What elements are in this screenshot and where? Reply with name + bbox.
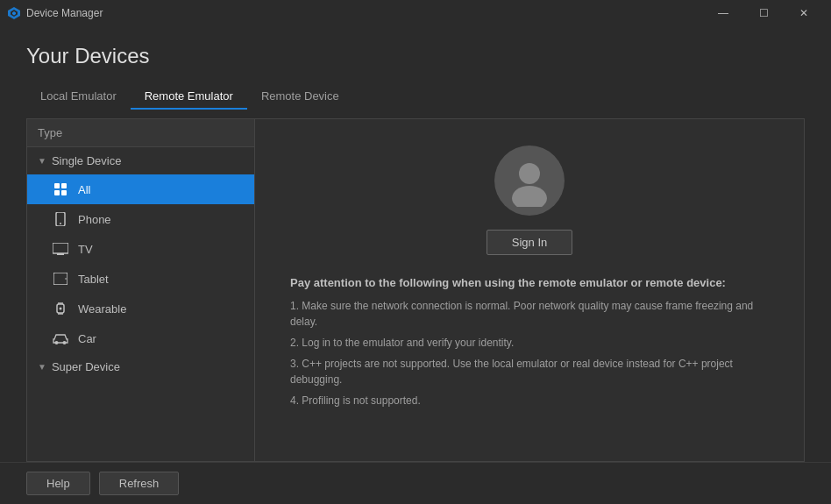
main-area: Your Devices Local Emulator Remote Emula…	[0, 26, 831, 462]
super-device-arrow: ▼	[38, 362, 46, 372]
all-icon	[52, 181, 69, 198]
notice-item-2: 2. Log in to the emulator and verify you…	[290, 335, 769, 351]
svg-rect-10	[57, 253, 64, 255]
svg-point-18	[63, 341, 67, 344]
main-panel: Sign In Pay attention to the following w…	[255, 119, 804, 461]
notice-item-4: 4. Profiling is not supported.	[290, 393, 769, 408]
tablet-label: Tablet	[78, 273, 109, 286]
svg-point-20	[512, 186, 547, 207]
svg-point-19	[519, 163, 540, 184]
bottom-bar: Help Refresh	[0, 462, 831, 504]
section-single-device[interactable]: ▼ Single Device	[27, 147, 254, 174]
minimize-button[interactable]: —	[703, 0, 743, 26]
tab-remote-device[interactable]: Remote Device	[247, 84, 353, 110]
svg-point-12	[65, 278, 67, 280]
app-title: Device Manager	[26, 7, 703, 19]
single-device-items: All Phone	[27, 174, 254, 353]
sidebar-item-car[interactable]: Car	[27, 323, 254, 353]
maximize-button[interactable]: ☐	[743, 0, 784, 26]
wearable-icon	[52, 300, 69, 317]
super-device-label: Super Device	[52, 360, 120, 373]
svg-rect-6	[61, 190, 67, 195]
svg-point-8	[60, 223, 61, 224]
sign-in-button[interactable]: Sign In	[487, 230, 572, 255]
single-device-arrow: ▼	[38, 156, 46, 166]
tv-icon	[52, 240, 69, 258]
tab-local-emulator[interactable]: Local Emulator	[26, 84, 131, 110]
section-super-device[interactable]: ▼ Super Device	[27, 353, 254, 380]
sidebar-item-wearable[interactable]: Wearable	[27, 294, 254, 323]
avatar	[494, 146, 565, 216]
svg-rect-5	[54, 190, 60, 195]
tablet-icon	[52, 270, 69, 287]
sidebar-item-tablet[interactable]: Tablet	[27, 264, 254, 294]
car-icon	[52, 330, 69, 347]
svg-point-17	[55, 341, 59, 344]
content-area: Type ▼ Single Device	[26, 118, 805, 462]
tv-label: TV	[78, 243, 93, 256]
svg-rect-4	[61, 183, 67, 188]
svg-rect-9	[53, 243, 68, 253]
wearable-label: Wearable	[78, 302, 126, 316]
sidebar-item-all[interactable]: All	[27, 174, 254, 204]
window-controls: — ☐ ✕	[703, 0, 824, 26]
title-bar: Device Manager — ☐ ✕	[0, 0, 831, 26]
refresh-button[interactable]: Refresh	[99, 472, 180, 495]
app-logo	[7, 6, 21, 20]
single-device-label: Single Device	[52, 154, 122, 167]
phone-icon	[52, 210, 69, 228]
sidebar-item-tv[interactable]: TV	[27, 234, 254, 264]
tab-bar: Local Emulator Remote Emulator Remote De…	[26, 84, 805, 110]
notice-box: Pay attention to the following when usin…	[290, 276, 769, 414]
page-title: Your Devices	[26, 44, 805, 68]
notice-item-3: 3. C++ projects are not supported. Use t…	[290, 356, 769, 387]
avatar-container	[494, 146, 565, 216]
notice-title: Pay attention to the following when usin…	[290, 276, 769, 289]
sidebar-type-header: Type	[27, 119, 254, 147]
svg-point-16	[60, 308, 62, 310]
notice-item-1: 1. Make sure the network connection is n…	[290, 298, 769, 330]
close-button[interactable]: ✕	[784, 0, 824, 26]
all-label: All	[78, 183, 90, 196]
help-button[interactable]: Help	[26, 472, 90, 495]
sidebar-item-phone[interactable]: Phone	[27, 204, 254, 234]
phone-label: Phone	[78, 213, 111, 226]
sidebar: Type ▼ Single Device	[27, 119, 255, 461]
tab-remote-emulator[interactable]: Remote Emulator	[131, 84, 247, 110]
car-label: Car	[78, 332, 96, 345]
svg-rect-3	[54, 183, 60, 188]
